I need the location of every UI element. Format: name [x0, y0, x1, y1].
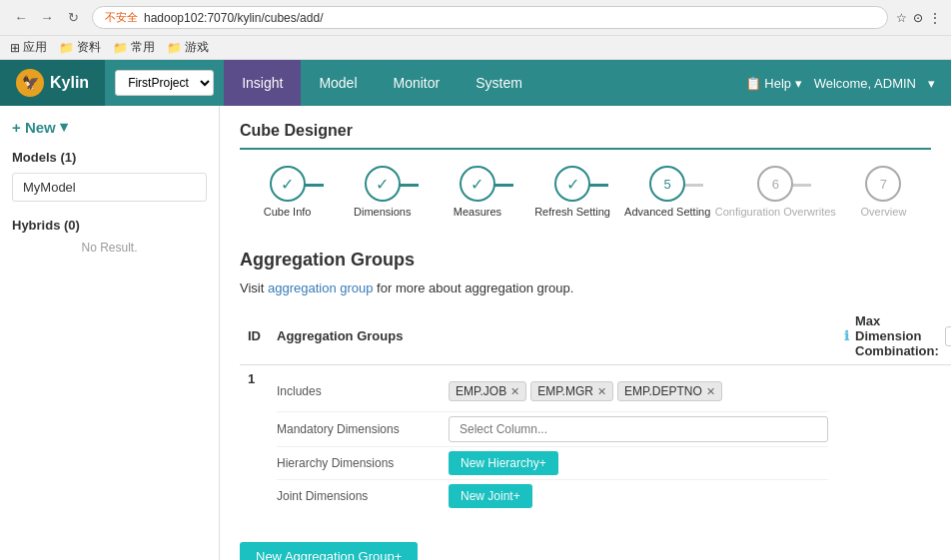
browser-bar: ← → ↻ 不安全 hadoop102:7070/kylin/cubes/add… [0, 0, 951, 36]
help-label: Help [764, 76, 791, 91]
new-button-label: + New [12, 119, 56, 136]
step-label-3: Measures [454, 206, 501, 218]
check-icon-3: ✓ [471, 175, 483, 194]
reload-button[interactable]: ↻ [62, 7, 84, 29]
step-circle-2: ✓ [365, 166, 401, 202]
tag-empmgr-label: EMP.MGR [537, 384, 593, 398]
max-dim-label-text: Max Dimension Combination: [855, 313, 939, 358]
stepper: ✓ Cube Info ✓ Dimensions [240, 166, 931, 226]
bookmark-common-label: 常用 [131, 39, 155, 56]
mandatory-row: Mandatory Dimensions [277, 412, 828, 447]
forward-button[interactable]: → [36, 7, 58, 29]
joint-content: New Joint+ [449, 484, 828, 508]
th-max-dim: ℹ Max Dimension Combination: [836, 307, 951, 365]
aggregation-groups-description: Visit aggregation group for more about a… [240, 280, 931, 295]
security-warning: 不安全 [105, 10, 138, 25]
step-overview[interactable]: 7 Overview [836, 166, 931, 218]
step-label-4: Refresh Setting [534, 206, 610, 218]
joint-label: Joint Dimensions [277, 489, 437, 503]
account-icon[interactable]: ⊙ [913, 11, 923, 25]
step-label-7: Overview [861, 206, 907, 218]
step-label-1: Cube Info [264, 206, 312, 218]
bookmark-data-label: 资料 [77, 39, 101, 56]
model-item-mymodel[interactable]: MyModel [12, 173, 207, 202]
content-area: Cube Designer ✓ Cube Info ✓ [220, 106, 951, 560]
bookmarks-bar: ⊞ 应用 📁 资料 📁 常用 📁 游戏 [0, 36, 951, 60]
row-id: 1 [240, 365, 269, 519]
step-cube-info[interactable]: ✓ Cube Info [240, 166, 335, 218]
nav-item-monitor[interactable]: Monitor [376, 60, 459, 106]
th-groups: Aggregation Groups [269, 307, 836, 365]
bookmark-games[interactable]: 📁 游戏 [167, 39, 209, 56]
max-dim-input[interactable] [945, 326, 951, 346]
nav-items: Insight Model Monitor System [224, 60, 540, 106]
url-text: hadoop102:7070/kylin/cubes/add/ [144, 11, 323, 25]
browser-action-icons: ☆ ⊙ ⋮ [896, 11, 941, 25]
row-spacer [836, 365, 951, 519]
nav-item-model[interactable]: Model [301, 60, 375, 106]
new-dropdown-icon: ▾ [60, 118, 68, 136]
new-button[interactable]: + New ▾ [12, 118, 207, 136]
new-hierarchy-button[interactable]: New Hierarchy+ [449, 451, 558, 475]
table-row: 1 Includes EMP.JOB ✕ [240, 365, 951, 519]
step-measures[interactable]: ✓ Measures [430, 166, 524, 218]
new-aggregation-button-label: New Aggregation Group+ [256, 549, 402, 560]
hierarchy-content: New Hierarchy+ [449, 451, 828, 475]
step-circle-5: 5 [649, 166, 685, 202]
tag-empjob-label: EMP.JOB [456, 384, 506, 398]
includes-label: Includes [277, 384, 437, 398]
step-circle-3: ✓ [460, 166, 495, 202]
mandatory-content [449, 416, 828, 442]
cube-designer-title: Cube Designer [240, 122, 931, 150]
step-dimensions[interactable]: ✓ Dimensions [335, 166, 430, 218]
user-dropdown-icon[interactable]: ▾ [928, 76, 935, 91]
tag-empmgr-close[interactable]: ✕ [597, 385, 606, 398]
row-content: Includes EMP.JOB ✕ EMP.MGR ✕ [269, 365, 836, 519]
no-result-text: No Result. [12, 241, 207, 255]
tag-empjob-close[interactable]: ✕ [510, 385, 519, 398]
nav-item-insight[interactable]: Insight [224, 60, 301, 106]
logo-text: Kylin [50, 74, 89, 92]
new-aggregation-button[interactable]: New Aggregation Group+ [240, 542, 418, 560]
includes-content: EMP.JOB ✕ EMP.MGR ✕ EMP.DEPTNO [449, 375, 828, 407]
tag-empmgr: EMP.MGR ✕ [530, 381, 613, 401]
back-button[interactable]: ← [10, 7, 32, 29]
tag-empdeptno: EMP.DEPTNO ✕ [617, 381, 722, 401]
includes-tags: EMP.JOB ✕ EMP.MGR ✕ EMP.DEPTNO [449, 375, 722, 407]
mandatory-input[interactable] [449, 416, 828, 442]
bookmark-apps[interactable]: ⊞ 应用 [10, 39, 47, 56]
bookmark-data[interactable]: 📁 资料 [59, 39, 101, 56]
menu-icon[interactable]: ⋮ [929, 11, 941, 25]
help-icon: 📋 [745, 76, 761, 91]
project-selector[interactable]: FirstProject [115, 70, 214, 96]
welcome-label: Welcome, ADMIN [814, 76, 916, 91]
url-bar[interactable]: 不安全 hadoop102:7070/kylin/cubes/add/ [92, 6, 888, 29]
tag-empjob: EMP.JOB ✕ [449, 381, 526, 401]
folder-icon-2: 📁 [113, 41, 128, 55]
new-aggregation-area: New Aggregation Group+ [240, 542, 931, 560]
hierarchy-row: Hierarchy Dimensions New Hierarchy+ [277, 447, 828, 480]
step-config[interactable]: 6 Configuration Overwrites [715, 166, 836, 218]
star-icon[interactable]: ☆ [896, 11, 907, 25]
step-circle-7: 7 [865, 166, 901, 202]
aggregation-group-link[interactable]: aggregation group [268, 280, 374, 295]
folder-icon-1: 📁 [59, 41, 74, 55]
new-joint-button[interactable]: New Joint+ [449, 484, 532, 508]
step-number-5: 5 [664, 177, 671, 192]
step-circle-6: 6 [757, 166, 793, 202]
step-number-6: 6 [772, 177, 779, 192]
step-refresh[interactable]: ✓ Refresh Setting [524, 166, 619, 218]
browser-nav-buttons: ← → ↻ [10, 7, 84, 29]
sidebar: + New ▾ Models (1) MyModel Hybrids (0) N… [0, 106, 220, 560]
bookmark-common[interactable]: 📁 常用 [113, 39, 155, 56]
help-button[interactable]: 📋 Help ▾ [745, 76, 802, 91]
bookmark-games-label: 游戏 [185, 39, 209, 56]
tag-empdeptno-close[interactable]: ✕ [706, 385, 715, 398]
table-header-row: ID Aggregation Groups ℹ Max Dimension Co… [240, 307, 951, 365]
th-id: ID [240, 307, 269, 365]
step-advanced[interactable]: 5 Advanced Setting [620, 166, 715, 218]
nav-item-system[interactable]: System [458, 60, 540, 106]
includes-row: Includes EMP.JOB ✕ EMP.MGR ✕ [277, 371, 828, 412]
hybrids-section: Hybrids (0) No Result. [12, 218, 207, 255]
kylin-logo-icon: 🦅 [16, 69, 44, 97]
